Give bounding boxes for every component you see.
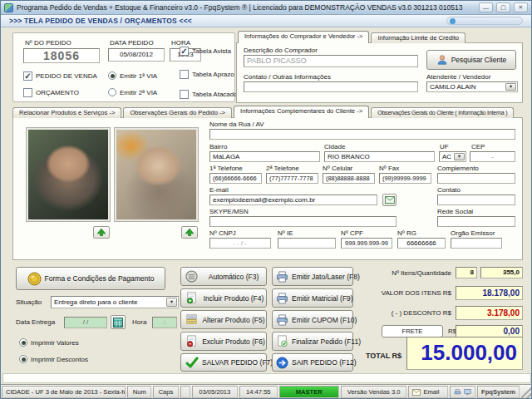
orgao-emissor-field[interactable] (451, 238, 502, 249)
cidade-label: Cidade (324, 143, 345, 150)
auto-coil-icon (185, 270, 198, 283)
printer-icon (276, 314, 288, 326)
emitir-1via-radio[interactable]: Emitir 1ª VIA (108, 71, 157, 80)
contato-outras-label: Contato / Outras Informações (244, 73, 331, 81)
cidade-field[interactable]: RIO BRANCO (324, 151, 435, 162)
atendente-label: Atendente / Vendedor (426, 73, 490, 81)
calendar-icon (113, 318, 123, 328)
descricao-comprador-field[interactable]: PABLO PICASSO (244, 55, 418, 67)
uf-select[interactable]: AC (439, 151, 466, 162)
salvar-pedido-button[interactable]: SALVAR PEDIDO (F7) (180, 353, 267, 372)
tab-observacoes-cliente[interactable]: Observações Gerais do Cliente ( Informaç… (371, 107, 514, 118)
printer-mini-icon (454, 389, 461, 396)
status-date: 03/05/2013 (192, 386, 238, 398)
situacao-label: Situação (16, 298, 42, 306)
person-icon (436, 54, 448, 66)
pedido-de-venda-checkbox[interactable]: PEDIDO DE VENDA (23, 71, 97, 81)
status-spacer (180, 386, 190, 398)
complemento-field[interactable] (437, 173, 515, 184)
document-edit-icon (185, 313, 198, 326)
orcamento-checkbox[interactable]: ORÇAMENTO (23, 88, 79, 97)
email-field[interactable]: exemplodeemail@exemplo.com.br (209, 195, 377, 205)
bairro-label: Bairro (209, 143, 227, 150)
resize-grip[interactable] (521, 386, 532, 398)
maximize-button[interactable]: ▢ (496, 2, 510, 12)
excluir-produto-button[interactable]: Excluir Produto (F6) (180, 332, 267, 351)
close-button[interactable]: ✕ (514, 2, 528, 12)
tabela-aprazo-checkbox[interactable]: Tabela Aprazo (180, 70, 234, 79)
status-dot-icon (450, 18, 456, 24)
tab-comprador-vendedor[interactable]: Informações do Comprador e Vendedor -> (238, 31, 369, 43)
finalizar-pedido-button[interactable]: Finalizar Pedido (F11) (272, 332, 353, 351)
buyer-panel: Descrição do Comprador PABLO PICASSO Pes… (236, 42, 523, 103)
alterar-produto-button[interactable]: Alterar Produto (F5) (180, 310, 267, 329)
emitir-2via-radio[interactable]: Emitir 2ª VIA (108, 88, 157, 96)
load-photo-2-button[interactable] (181, 226, 198, 239)
rg-field[interactable]: 66666666 (397, 238, 446, 249)
fax-label: Nº Fax (379, 165, 399, 172)
desconto-label: ( - ) DESCONTO R$ (358, 309, 451, 317)
situacao-select[interactable]: Entrega direto para o cliente (51, 296, 179, 308)
status-bar: CIDADE - UF 3 de Maio de 2013 - Sexta-fe… (1, 384, 532, 399)
ie-field[interactable] (278, 238, 336, 249)
bairro-field[interactable]: MáLAGA (209, 151, 320, 162)
minimize-button[interactable]: — (479, 2, 493, 12)
checkbox-checked-icon (180, 47, 189, 56)
total-field: 15.000,00 (406, 337, 523, 370)
tel1-field[interactable]: (66)66666-6666 (209, 173, 262, 184)
rua-field[interactable] (209, 129, 515, 140)
screen-title-bar: >>> TELA PEDIDO DE VENDAS / ORÇAMENTOS <… (1, 15, 531, 27)
tab-relacionar-produtos[interactable]: Relacionar Produtos e Serviços -> (12, 107, 121, 118)
forma-condicoes-pagamento-button[interactable]: Forma e Condições de Pagamento (16, 267, 165, 290)
valor-itens-label: VALOR DOS ITENS R$ (358, 289, 451, 297)
status-caps-lock: Caps (153, 386, 179, 398)
hora-entrega-field[interactable]: : (152, 317, 177, 328)
document-check-icon (276, 335, 288, 347)
cep-field[interactable]: - (470, 151, 515, 162)
load-photo-1-button[interactable] (93, 226, 110, 239)
send-email-button[interactable] (382, 194, 397, 206)
green-arrow-up-icon (185, 229, 194, 236)
atendente-select[interactable]: CAMILO ALAIN (426, 81, 518, 92)
ie-label: Nº IE (278, 229, 293, 237)
emitir-cupom-button[interactable]: Emitir CUPOM (F10) (272, 310, 353, 329)
imprimir-descontos-radio[interactable]: Imprimir Descontos (19, 355, 88, 363)
contato-field[interactable] (437, 195, 515, 205)
frete-button[interactable]: FRETE (382, 325, 443, 337)
valor-itens-field: 18.178,00 (456, 286, 523, 300)
tab-informacoes-cliente[interactable]: Informações Complementares do Cliente -> (234, 106, 369, 118)
bottom-strip (2, 373, 531, 383)
fax-field[interactable]: (99)99999-9999 (379, 173, 431, 184)
skype-field[interactable] (209, 216, 397, 227)
emitir-matricial-button[interactable]: Emitir Matricial (F9) (272, 288, 353, 308)
automatico-button[interactable]: Automático (F3) (180, 267, 267, 286)
incluir-produto-button[interactable]: Incluir Produto (F4) (180, 288, 267, 308)
cpf-field[interactable]: 999.999.999-99 (341, 238, 392, 249)
uf-label: UF (440, 143, 449, 150)
tabela-avista-checkbox[interactable]: Tabela Avista (180, 47, 231, 56)
celular-field[interactable]: (88)88888-8888 (323, 173, 375, 184)
calendar-button[interactable] (111, 315, 126, 329)
document-add-icon (185, 292, 198, 304)
itens-count-field: 8 (456, 267, 477, 278)
order-number-field[interactable]: 18056 (23, 48, 100, 63)
imprimir-valores-radio[interactable]: Imprimir Valores (19, 338, 79, 347)
cnpj-field[interactable]: . . / - (209, 238, 271, 249)
order-header-group: Nº DO PEDIDO 18056 DATA PEDIDO 05/08/201… (12, 32, 235, 102)
tab-observacoes-pedido[interactable]: Observações Gerais do Pedido -> (123, 107, 232, 118)
document-remove-icon (185, 335, 198, 347)
pesquisar-cliente-button[interactable]: Pesquisar Cliente (426, 50, 516, 70)
envelope-icon (412, 389, 421, 396)
contato-outras-field[interactable] (244, 81, 418, 92)
printer-icon (276, 293, 288, 304)
order-date-field[interactable]: 05/08/2012 (108, 48, 165, 62)
tabela-atacado-checkbox[interactable]: Tabela Atacado (180, 90, 238, 99)
emitir-jato-laser-button[interactable]: Emitir Jato/Laser (F8) (272, 267, 353, 286)
tab-limite-credito[interactable]: Informação Limite de Crédito (371, 32, 466, 43)
rede-social-field[interactable] (437, 216, 515, 227)
tel2-field[interactable]: (77)77777-7778 (266, 173, 318, 184)
data-entrega-field[interactable]: / / (64, 317, 107, 328)
status-email[interactable]: Email (408, 386, 448, 398)
descricao-comprador-label: Descrição do Comprador (244, 47, 318, 54)
exit-arrow-icon (276, 357, 288, 369)
